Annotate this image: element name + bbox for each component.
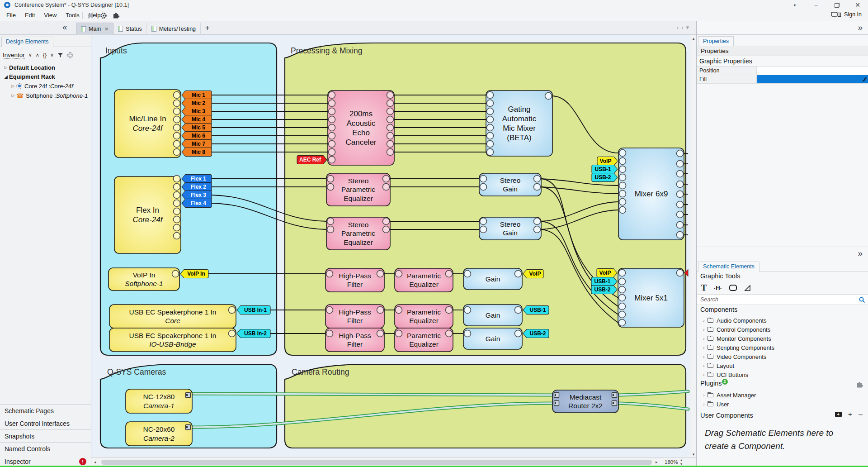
vertical-scrollbar[interactable]: ▴ ▾: [690, 35, 696, 458]
audio-port[interactable]: [326, 271, 333, 277]
signal-tag-usb-1-17[interactable]: USB-1: [592, 165, 618, 174]
scrollbar-thumb[interactable]: [101, 460, 652, 465]
signal-tag-mic-8-7[interactable]: Mic 8: [182, 148, 212, 157]
audio-port[interactable]: [174, 233, 180, 239]
tree-item-softphone-1[interactable]: ▷☎Softphone : Softphone-1: [10, 91, 88, 100]
chevron-right-icon[interactable]: ›: [700, 363, 708, 368]
block-body-flex-in[interactable]: [114, 176, 181, 253]
tab-properties[interactable]: Properties: [698, 36, 734, 47]
block-body-mic-line-in[interactable]: [114, 90, 181, 157]
folder-user[interactable]: ›User: [700, 400, 729, 409]
audio-port[interactable]: [677, 232, 684, 238]
audio-port[interactable]: [172, 271, 179, 277]
block-camera-2[interactable]: NC-20x60Camera-2: [126, 422, 192, 446]
chevron-right-icon[interactable]: ›: [700, 327, 708, 332]
audio-port[interactable]: [329, 108, 335, 115]
block-body-aec[interactable]: [328, 91, 394, 165]
chevron-right-icon[interactable]: ›: [700, 318, 708, 323]
audio-port[interactable]: [377, 271, 384, 277]
audio-port[interactable]: [174, 92, 180, 99]
header-tool-icon[interactable]: ·H·: [714, 285, 722, 291]
signal-tag-mic-2-1[interactable]: Mic 2: [182, 99, 212, 108]
folder-uci-buttons[interactable]: ›UCI Buttons: [700, 370, 748, 379]
audio-port[interactable]: [619, 278, 626, 285]
close-tab-icon[interactable]: ✕: [104, 26, 108, 32]
collapse-right-panel-button[interactable]: »: [858, 23, 863, 33]
block-gain-3[interactable]: Gain: [463, 328, 522, 349]
audio-port[interactable]: [677, 211, 684, 218]
block-hpf-1[interactable]: High-PassFilter: [326, 268, 384, 292]
audio-port[interactable]: [396, 330, 402, 337]
folder-layout[interactable]: ›Layout: [700, 361, 734, 370]
menu-tools[interactable]: Tools: [61, 10, 84, 21]
signal-tag-flex-3-10[interactable]: Flex 3: [182, 191, 212, 200]
audio-port[interactable]: [619, 295, 626, 301]
signal-tag-voip-19[interactable]: VoIP: [523, 270, 543, 278]
audio-port[interactable]: [383, 176, 390, 182]
signal-tag-mic-3-2[interactable]: Mic 3: [182, 107, 212, 116]
audio-port[interactable]: [487, 141, 494, 148]
block-camera-1[interactable]: NC-12x80Camera-1: [126, 389, 192, 413]
audio-port[interactable]: [329, 141, 335, 148]
eyedropper-icon[interactable]: [861, 76, 867, 82]
schematic-svg[interactable]: InputsProcessing & MixingQ-SYS CamerasCa…: [91, 35, 690, 458]
audio-port[interactable]: [487, 124, 494, 131]
audio-port[interactable]: [387, 124, 394, 131]
tab-status[interactable]: Status: [113, 23, 146, 35]
section-user-control-interfaces[interactable]: User Control Interfaces: [0, 417, 91, 429]
audio-port[interactable]: [677, 191, 684, 198]
audio-port[interactable]: [174, 208, 180, 215]
signal-tag-usb-in-2-14[interactable]: USB In-2: [237, 329, 270, 338]
chevron-right-icon[interactable]: ›: [700, 393, 708, 398]
announcements-icon[interactable]: [87, 12, 95, 19]
tree-item-default-location[interactable]: ▷Default Location: [3, 63, 55, 72]
braces-dropdown-icon[interactable]: ∨: [50, 52, 54, 58]
signal-tag-voip-16[interactable]: VoIP: [597, 157, 618, 166]
audio-port[interactable]: [677, 181, 684, 188]
signal-tag-voip-22[interactable]: VoIP: [597, 269, 617, 277]
audio-port[interactable]: [327, 218, 334, 225]
audio-port[interactable]: [387, 116, 394, 123]
new-folder-icon[interactable]: +: [835, 412, 842, 417]
block-mixer-6x9[interactable]: Mixer 6x9: [618, 148, 684, 240]
audio-port[interactable]: [174, 133, 180, 139]
audio-port[interactable]: [534, 218, 541, 225]
audio-port[interactable]: [174, 224, 180, 231]
scroll-down-icon[interactable]: ▾: [690, 452, 697, 457]
chevron-right-icon[interactable]: ›: [700, 402, 708, 407]
audio-port[interactable]: [329, 149, 335, 156]
audio-port[interactable]: [329, 133, 335, 139]
scroll-left-icon[interactable]: ◂: [94, 460, 96, 464]
braces-icon[interactable]: {}: [43, 52, 47, 58]
audio-port[interactable]: [515, 307, 522, 314]
audio-port[interactable]: [326, 330, 333, 337]
audio-port[interactable]: [329, 124, 335, 131]
block-peq-1[interactable]: ParametricEqualizer: [395, 268, 453, 292]
audio-port[interactable]: [396, 271, 402, 277]
filter-icon[interactable]: [57, 52, 63, 58]
audio-port[interactable]: [387, 149, 394, 156]
audio-port[interactable]: [677, 161, 684, 167]
audio-port[interactable]: [387, 141, 394, 148]
remove-user-component-icon[interactable]: –: [859, 412, 863, 417]
audio-port[interactable]: [377, 307, 384, 314]
block-voip-in[interactable]: VoIP InSoftphone-1: [108, 268, 179, 291]
audio-port[interactable]: [387, 92, 394, 99]
audio-port[interactable]: [619, 158, 626, 165]
audio-port[interactable]: [545, 93, 552, 100]
signal-tag-flex-4-11[interactable]: Flex 4: [182, 199, 212, 208]
audio-port[interactable]: [174, 200, 180, 207]
tab-add-button[interactable]: +: [205, 23, 209, 35]
signal-tag-mic-5-4[interactable]: Mic 5: [182, 124, 212, 132]
block-gating-auto-mic-mixer[interactable]: GatingAutomaticMic Mixer(BETA): [486, 91, 552, 156]
polyline-tool-icon[interactable]: [744, 284, 752, 291]
audio-port[interactable]: [327, 176, 334, 182]
folder-control-components[interactable]: ›Control Components: [700, 325, 770, 334]
audio-port[interactable]: [619, 311, 626, 318]
minimize-button[interactable]: –: [806, 0, 826, 10]
audio-port[interactable]: [174, 116, 180, 123]
plugins-gear-icon[interactable]: [856, 381, 863, 389]
position-value[interactable]: [757, 67, 868, 75]
audio-port[interactable]: [487, 116, 494, 123]
block-stereo-peq-2[interactable]: StereoParametricEqualizer: [326, 217, 390, 250]
